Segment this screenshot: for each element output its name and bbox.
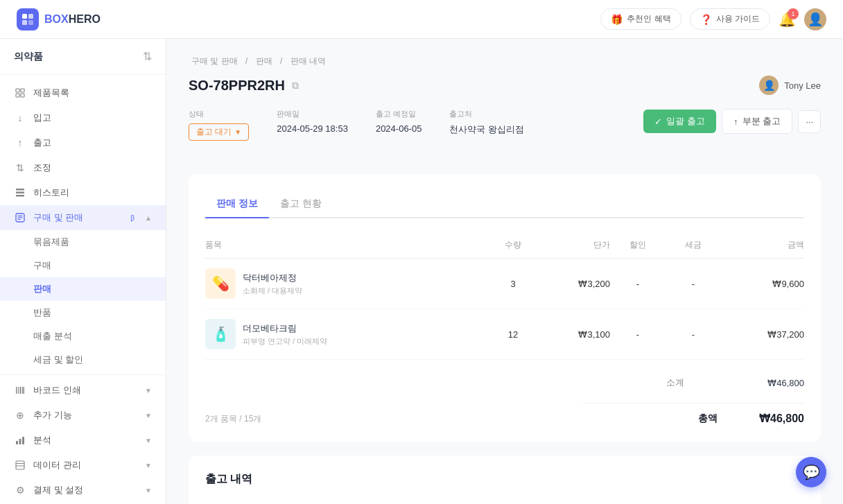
svg-rect-19 xyxy=(24,387,24,394)
svg-rect-0 xyxy=(22,14,27,19)
item-count: 2개 품목 / 15개 xyxy=(205,413,261,425)
logo-icon xyxy=(17,8,39,31)
sidebar-item-products[interactable]: 제품목록 xyxy=(0,80,166,105)
more-options-button[interactable]: ··· xyxy=(798,110,821,133)
sidebar-item-adjustment[interactable]: ⇅ 조정 xyxy=(0,155,166,180)
status-label: 상태 xyxy=(189,109,249,119)
warehouse-label: 출고처 xyxy=(449,109,524,119)
tab-sale-info[interactable]: 판매 정보 xyxy=(205,191,269,218)
amount-1: ₩9,600 xyxy=(721,279,804,289)
sale-date-value: 2024-05-29 18:53 xyxy=(277,123,348,134)
breadcrumb-sep-2: / xyxy=(280,56,285,66)
col-amount: 금액 xyxy=(721,239,804,251)
svg-rect-20 xyxy=(16,441,18,444)
billing-icon: ⚙ xyxy=(14,484,26,496)
product-category-2: 피부영 연고약 / 미래제약 xyxy=(243,336,327,347)
beta-badge: β xyxy=(127,214,138,223)
action-buttons: ✓ 일괄 출고 ↑ 부분 출고 ··· xyxy=(643,109,821,134)
subtotal-row: 소계 ₩46,800 xyxy=(582,371,804,394)
total-value: ₩46,800 xyxy=(759,412,804,425)
meta-actions-row: 상태 출고 대기 ▼ 판매일 2024-05-29 18:53 출고 예정일 2… xyxy=(189,109,821,157)
status-badge[interactable]: 출고 대기 ▼ xyxy=(189,123,249,141)
partial-ship-label: 부분 출고 xyxy=(742,115,781,128)
page-title-row: SO-78PPR2RH ⧉ xyxy=(189,78,299,94)
adjustment-label: 조정 xyxy=(33,162,152,174)
tab-sale-info-label: 판매 정보 xyxy=(216,198,258,209)
analysis-icon xyxy=(14,434,26,446)
product-thumb-2: 🧴 xyxy=(205,319,236,349)
user-avatar[interactable]: 👤 xyxy=(804,8,826,31)
analysis-arrow: ▼ xyxy=(145,437,152,444)
svg-rect-2 xyxy=(22,20,27,25)
partial-ship-button[interactable]: ↑ 부분 출고 xyxy=(722,109,792,134)
shipping-table-header: 날짜 품목 수량 작성자 메모 xyxy=(205,498,804,504)
question-icon: ❓ xyxy=(700,14,712,25)
sidebar-item-extra[interactable]: ⊕ 추가 기능 ▼ xyxy=(0,403,166,428)
tax-label: 세금 및 할인 xyxy=(33,354,83,365)
guide-label: 사용 가이드 xyxy=(716,13,760,25)
author-avatar: 👤 xyxy=(759,76,779,95)
sidebar-subitem-bulk-products[interactable]: 묶음제품 xyxy=(0,230,166,254)
total-label: 총액 xyxy=(698,412,718,425)
sidebar-subitem-sales[interactable]: 판매 xyxy=(0,277,166,301)
sidebar-item-inbound[interactable]: ↓ 입고 xyxy=(0,105,166,130)
discount-1: - xyxy=(610,279,666,289)
tabs: 판매 정보 출고 현황 xyxy=(205,191,804,218)
copy-icon[interactable]: ⧉ xyxy=(292,80,299,92)
data-mgmt-arrow: ▼ xyxy=(145,462,152,469)
page-author: 👤 Tony Lee xyxy=(759,76,821,95)
sidebar: 의약품 ⇅ 제품목록 ↓ 입고 ↑ 출고 xyxy=(0,39,166,504)
gift-icon: 🎁 xyxy=(611,14,623,25)
purchase-sales-label: 구매 및 판매 xyxy=(33,211,120,224)
full-ship-label: 일괄 출고 xyxy=(666,115,705,128)
meta-sale-date: 판매일 2024-05-29 18:53 xyxy=(277,109,348,134)
referral-button[interactable]: 🎁 추천인 혜택 xyxy=(600,8,681,30)
amount-2: ₩37,200 xyxy=(721,329,804,340)
col-tax: 세금 xyxy=(666,239,721,251)
avatar-emoji: 👤 xyxy=(808,12,823,27)
status-text: 출고 대기 xyxy=(196,126,232,138)
qty-1: 3 xyxy=(485,279,541,289)
table-header: 품목 수량 단가 할인 세금 금액 xyxy=(205,232,804,259)
warehouse-value: 천사약국 왕십리점 xyxy=(449,123,524,136)
breadcrumb-item-2: 판매 xyxy=(256,56,272,66)
chat-button[interactable]: 💬 xyxy=(796,457,826,487)
svg-rect-3 xyxy=(28,20,33,25)
sidebar-subitem-tax[interactable]: 세금 및 할인 xyxy=(0,348,166,372)
sidebar-subitem-sales-analysis[interactable]: 매출 분석 xyxy=(0,324,166,348)
svg-rect-1 xyxy=(28,14,33,19)
sidebar-subitem-returns[interactable]: 반품 xyxy=(0,301,166,324)
product-table: 품목 수량 단가 할인 세금 금액 💊 xyxy=(205,232,804,425)
bulk-products-label: 묶음제품 xyxy=(33,236,69,247)
workspace-dropdown-icon[interactable]: ⇅ xyxy=(143,50,152,63)
sidebar-item-billing[interactable]: ⚙ 결제 및 설정 ▼ xyxy=(0,478,166,503)
guide-button[interactable]: ❓ 사용 가이드 xyxy=(690,8,770,30)
purchase-sales-icon xyxy=(14,211,26,224)
sidebar-subitem-purchase[interactable]: 구매 xyxy=(0,254,166,277)
full-ship-button[interactable]: ✓ 일괄 출고 xyxy=(643,110,716,133)
sidebar-item-outbound[interactable]: ↑ 출고 xyxy=(0,130,166,155)
logo-text: BOXHERO xyxy=(44,13,101,26)
sales-label: 판매 xyxy=(33,284,51,294)
sidebar-item-data-mgmt[interactable]: 데이터 관리 ▼ xyxy=(0,453,166,478)
svg-rect-23 xyxy=(16,461,24,469)
referral-label: 추천인 혜택 xyxy=(627,13,670,25)
shipping-card: 출고 내역 날짜 품목 수량 작성자 메모 출고 내역이 없습니다. xyxy=(189,455,821,504)
products-label: 제품목록 xyxy=(33,87,152,99)
notification-button[interactable]: 🔔 1 xyxy=(779,11,796,28)
page-header: SO-78PPR2RH ⧉ 👤 Tony Lee xyxy=(189,76,821,95)
sidebar-item-barcode[interactable]: 바코드 인쇄 ▼ xyxy=(0,378,166,403)
breadcrumb-item-3: 판매 내역 xyxy=(290,56,326,66)
more-icon: ··· xyxy=(806,116,813,127)
barcode-label: 바코드 인쇄 xyxy=(33,384,138,397)
sidebar-item-history[interactable]: 히스토리 xyxy=(0,180,166,205)
tab-ship-status[interactable]: 출고 현황 xyxy=(269,191,333,218)
author-name: Tony Lee xyxy=(784,80,821,91)
svg-rect-17 xyxy=(20,387,21,394)
sidebar-item-purchase-sales[interactable]: 구매 및 판매 β ▲ xyxy=(0,205,166,230)
check-icon: ✓ xyxy=(654,116,662,127)
sidebar-item-analysis[interactable]: 분석 ▼ xyxy=(0,428,166,453)
extra-icon: ⊕ xyxy=(14,409,26,422)
notification-badge: 1 xyxy=(788,8,799,19)
shipping-section-header: 출고 내역 xyxy=(205,472,804,487)
